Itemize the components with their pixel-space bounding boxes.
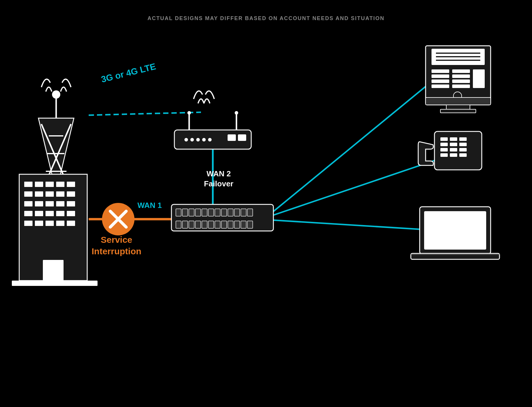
svg-rect-113 — [450, 153, 457, 157]
svg-rect-75 — [35, 221, 43, 226]
svg-rect-60 — [35, 191, 43, 197]
svg-rect-104 — [450, 137, 457, 141]
svg-rect-39 — [189, 221, 194, 228]
svg-rect-44 — [221, 221, 227, 228]
svg-rect-48 — [247, 209, 253, 216]
svg-rect-77 — [56, 221, 64, 226]
svg-line-82 — [110, 211, 126, 227]
svg-rect-99 — [426, 97, 491, 105]
svg-rect-101 — [440, 109, 476, 113]
svg-line-4 — [272, 77, 437, 213]
svg-rect-15 — [38, 189, 74, 195]
svg-point-26 — [187, 111, 191, 115]
svg-rect-96 — [452, 84, 470, 88]
svg-rect-115 — [420, 207, 491, 254]
svg-rect-63 — [67, 191, 75, 197]
disclaimer-text: ACTUAL DESIGNS MAY DIFFER BASED ON ACCOU… — [147, 15, 385, 22]
svg-rect-109 — [440, 148, 448, 152]
service-interruption-label: Service Interruption — [92, 234, 141, 257]
svg-rect-73 — [67, 211, 75, 216]
svg-rect-93 — [452, 69, 470, 73]
connection-type-label: 3G or 4G LTE — [100, 61, 157, 85]
svg-rect-110 — [450, 148, 457, 152]
svg-rect-43 — [215, 221, 220, 228]
svg-rect-64 — [24, 201, 33, 206]
svg-rect-84 — [426, 46, 491, 105]
svg-rect-94 — [452, 74, 470, 78]
svg-point-17 — [184, 138, 188, 141]
svg-rect-74 — [24, 221, 33, 226]
svg-rect-46 — [234, 209, 240, 216]
svg-rect-79 — [43, 260, 64, 281]
svg-rect-51 — [241, 221, 246, 228]
svg-line-83 — [110, 211, 126, 227]
svg-rect-62 — [56, 191, 64, 197]
svg-rect-35 — [215, 209, 220, 216]
svg-rect-38 — [182, 221, 188, 228]
svg-rect-65 — [35, 201, 43, 206]
svg-rect-56 — [46, 182, 54, 187]
svg-rect-72 — [56, 211, 64, 216]
svg-rect-78 — [67, 221, 75, 226]
svg-rect-80 — [12, 281, 98, 286]
svg-point-21 — [208, 138, 212, 141]
svg-rect-36 — [221, 209, 227, 216]
svg-rect-76 — [46, 221, 54, 226]
svg-rect-22 — [228, 134, 236, 141]
svg-rect-91 — [432, 79, 449, 83]
svg-marker-7 — [38, 118, 74, 192]
svg-point-81 — [102, 203, 134, 235]
svg-rect-57 — [56, 182, 64, 187]
svg-point-18 — [190, 138, 194, 141]
interruption-text: Interruption — [92, 245, 141, 257]
svg-rect-66 — [46, 201, 54, 206]
svg-rect-71 — [46, 211, 54, 216]
service-text: Service — [92, 234, 141, 245]
svg-rect-85 — [432, 49, 485, 65]
svg-rect-116 — [424, 211, 486, 250]
svg-line-8 — [43, 124, 71, 189]
svg-rect-70 — [35, 211, 43, 216]
svg-rect-103 — [440, 137, 448, 141]
svg-rect-89 — [432, 69, 449, 73]
svg-rect-32 — [195, 209, 201, 216]
svg-rect-40 — [195, 221, 201, 228]
svg-rect-50 — [234, 221, 240, 228]
svg-rect-105 — [459, 137, 467, 141]
svg-rect-108 — [459, 143, 467, 146]
svg-line-5 — [272, 159, 437, 216]
svg-rect-100 — [446, 105, 470, 109]
svg-rect-112 — [440, 153, 448, 157]
svg-line-6 — [272, 220, 437, 230]
svg-rect-33 — [202, 209, 207, 216]
svg-rect-23 — [238, 134, 246, 141]
svg-rect-97 — [473, 69, 485, 88]
svg-rect-41 — [202, 221, 207, 228]
wan1-label: WAN 1 — [137, 201, 162, 210]
svg-rect-68 — [67, 201, 75, 206]
svg-point-20 — [202, 138, 206, 141]
svg-line-0 — [89, 112, 201, 115]
svg-rect-95 — [452, 79, 470, 83]
svg-point-98 — [453, 92, 462, 100]
svg-rect-90 — [432, 74, 449, 78]
svg-rect-54 — [24, 182, 33, 187]
svg-rect-92 — [432, 84, 449, 88]
svg-rect-69 — [24, 211, 33, 216]
svg-rect-114 — [459, 153, 467, 157]
svg-rect-34 — [208, 209, 214, 216]
svg-rect-102 — [434, 131, 482, 170]
svg-rect-31 — [189, 209, 194, 216]
svg-point-19 — [196, 138, 200, 141]
svg-point-14 — [52, 90, 60, 99]
svg-rect-49 — [228, 221, 233, 228]
svg-rect-111 — [459, 148, 467, 152]
svg-rect-45 — [228, 209, 233, 216]
svg-rect-58 — [67, 182, 75, 187]
svg-rect-55 — [35, 182, 43, 187]
svg-rect-59 — [24, 191, 33, 197]
svg-rect-107 — [450, 143, 457, 146]
svg-rect-52 — [247, 221, 253, 228]
svg-point-27 — [235, 111, 238, 115]
svg-rect-67 — [56, 201, 64, 206]
